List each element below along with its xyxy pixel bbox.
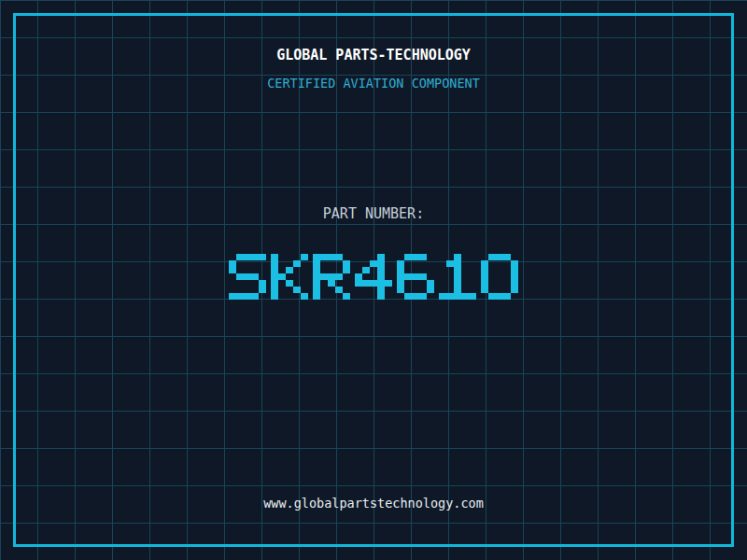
pixel-char <box>397 254 434 300</box>
pixel-char <box>355 254 392 300</box>
part-number-display <box>229 254 518 300</box>
pixel-char <box>481 254 518 300</box>
website-url: www.globalpartstechnology.com <box>0 496 747 511</box>
pixel-char <box>313 254 350 300</box>
pixel-char <box>229 254 266 300</box>
part-number-label: PART NUMBER: <box>0 205 747 222</box>
company-name: GLOBAL PARTS-TECHNOLOGY <box>0 47 747 63</box>
certificate-card: GLOBAL PARTS-TECHNOLOGY CERTIFIED AVIATI… <box>0 0 747 560</box>
pixel-char <box>271 254 308 300</box>
certification-tagline: CERTIFIED AVIATION COMPONENT <box>0 76 747 91</box>
pixel-char <box>439 254 476 300</box>
